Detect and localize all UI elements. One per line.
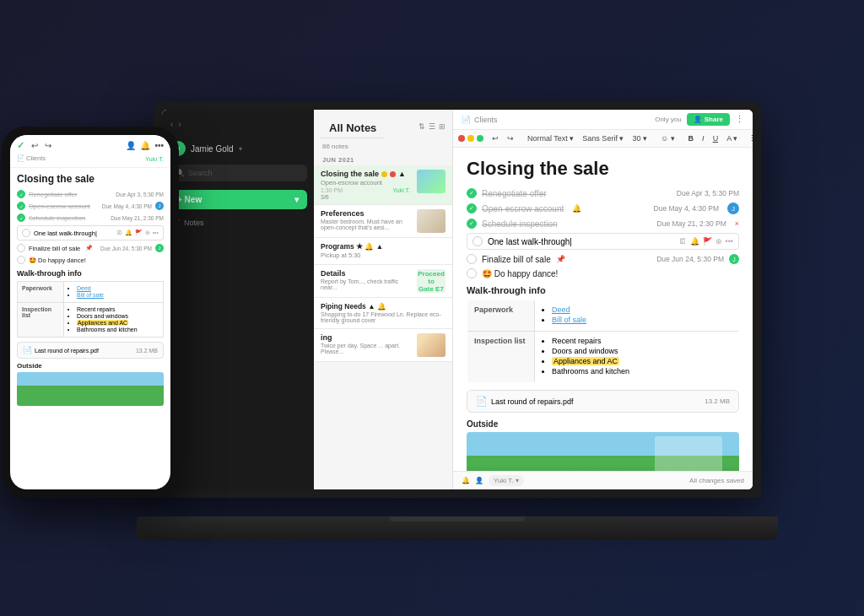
calendar-icon[interactable]: 🗓	[679, 237, 687, 246]
phone-bell-icon: 🔔	[140, 141, 150, 150]
pdf-icon: 📄	[476, 396, 488, 407]
deed-link[interactable]: Deed	[552, 305, 570, 314]
editor-note-icon: 📄	[462, 116, 471, 124]
task-row-2: ✓ Open-escrow account 🔔 Due May 4, 4:30 …	[467, 203, 739, 214]
footer-left: 🔔 👤 Yuki T. ▾	[462, 475, 524, 486]
nav-forward-icon[interactable]: ›	[178, 120, 181, 129]
ph-task-done-icon: ✓	[17, 190, 25, 198]
task-open-icon	[472, 236, 483, 246]
toolbar-redo[interactable]: ↪	[504, 132, 517, 144]
pdf-attachment[interactable]: 📄 Last round of repairs.pdf 13.2 MB	[467, 390, 739, 413]
toolbar-bullets[interactable]: ☰ ▾	[748, 132, 753, 144]
task-input-row[interactable]: One last walk-through| 🗓 🔔 🚩 ⊕ •••	[467, 233, 739, 250]
note-item-details[interactable]: Details Report by Tom..., check traffic …	[314, 265, 452, 298]
notes-section-label: JUN 2021	[314, 153, 452, 165]
share-button[interactable]: 👤 Share	[687, 113, 730, 126]
laptop-base	[137, 516, 778, 540]
toolbar-italic[interactable]: I	[699, 132, 708, 144]
phone-screen: ✓ ↩ ↪ 👤 🔔 ••• 📄 Clients Yuki T.	[10, 135, 170, 489]
footer-bell-icon[interactable]: 🔔	[462, 477, 470, 484]
toolbar-underline[interactable]: U	[710, 132, 722, 144]
walk-through-title: Walk-through info	[467, 285, 739, 295]
editor-actions: Only you 👤 Share ⋮	[655, 113, 744, 126]
footer-saved-text: All changes saved	[689, 477, 744, 484]
table-row-inspection: Inspection list Recent repairs Doors and…	[467, 332, 739, 383]
phone-undo-icon[interactable]: ↩	[31, 141, 38, 150]
footer-username: Yuki T.	[494, 477, 513, 484]
toolbar-size[interactable]: 30 ▾	[629, 132, 651, 144]
color-dot-yellow	[467, 135, 474, 142]
more-options-icon[interactable]: ⋮	[735, 114, 744, 125]
search-label: Search	[188, 169, 213, 177]
task-done-icon-3: ✓	[467, 219, 477, 229]
phone-task-input[interactable]: One last walk-through| 🗓🔔🚩⊕•••	[17, 225, 164, 240]
sidebar-search[interactable]: 🔍 Search	[169, 165, 307, 181]
task-row-6: 🤩 Do happy dance!	[467, 268, 739, 278]
sort-icon[interactable]: ☰	[429, 122, 435, 131]
badge-j2: J	[729, 254, 739, 264]
outside-label: Outside	[467, 419, 739, 429]
sidebar-user-row[interactable]: J Jamie Gold ▾	[162, 136, 314, 161]
bell-icon[interactable]: 🔔	[690, 237, 699, 246]
phone-check-icon[interactable]: ✓	[17, 140, 24, 151]
toolbar-highlight[interactable]: A ▾	[723, 132, 741, 144]
new-button[interactable]: + New ▾	[169, 190, 307, 209]
note-item-dog[interactable]: ing Twice per day. Space ... apart. Plea…	[314, 329, 452, 362]
filter-icon[interactable]: ⇅	[418, 122, 425, 131]
editor-topbar: 📄 Clients Only you 👤 Share ⋮	[453, 110, 753, 130]
note-item-closing[interactable]: Closing the sale ▲ Open-escrow account 1…	[314, 165, 452, 205]
toolbar-emoji[interactable]: ☺ ▾	[657, 132, 678, 144]
phone-pdf-attachment[interactable]: 📄 Last round of repairs.pdf 13.2 MB	[17, 342, 164, 359]
note-item-piping[interactable]: Piping Needs ▲ 🔔 Shopping to-do 17 Firew…	[314, 298, 452, 329]
laptop-device: ‹ › J Jamie Gold ▾ 🔍 Search + New ▾	[154, 101, 761, 540]
footer-person-icon: 👤	[475, 477, 483, 484]
phone-task-6: 🤩 Do happy dance!	[17, 256, 164, 264]
phone-section-title: Walk-through info	[17, 269, 164, 278]
pdf-name: Last round of repairs.pdf	[491, 397, 574, 406]
sidebar-nav: ‹ ›	[162, 116, 314, 132]
task-row-3: ✓ Schedule inspection Due May 21, 2:30 P…	[467, 219, 739, 229]
notes-list-title: All Notes	[321, 115, 385, 138]
footer-dropdown-icon: ▾	[516, 477, 519, 484]
toolbar-format[interactable]: Normal Text ▾	[524, 132, 577, 144]
nav-back-icon[interactable]: ‹	[170, 120, 173, 129]
ph-badge-j2: J	[155, 244, 164, 252]
task-input-icons: 🗓 🔔 🚩 ⊕ •••	[679, 237, 733, 246]
sidebar-username: Jamie Gold	[191, 144, 234, 154]
ph-badge-j1: J	[155, 202, 164, 210]
toolbar-font[interactable]: Sans Serif ▾	[579, 132, 627, 144]
note-item-programs[interactable]: Programs ★ 🔔 ▲ Pickup at 5:30	[314, 238, 452, 265]
ph-open-circle-2	[17, 244, 25, 252]
ph-open-circle	[22, 229, 30, 237]
pdf-size: 13.2 MB	[705, 397, 730, 405]
laptop-screen: ‹ › J Jamie Gold ▾ 🔍 Search + New ▾	[162, 110, 753, 489]
phone-outside-label: Outside	[17, 362, 164, 370]
phone-task-1: ✓ Renegotiate offer Due Apr 3, 5:30 PM	[17, 190, 164, 198]
pin-icon: 📌	[556, 255, 565, 263]
editor-content: Closing the sale ✓ Renegotiate offer Due…	[453, 148, 753, 471]
flag-icon[interactable]: 🚩	[703, 237, 712, 246]
phone-person-icon: 👤	[126, 141, 136, 150]
task-row-5: Finalize bill of sale 📌 Due Jun 24, 5:30…	[467, 254, 739, 264]
grid-icon[interactable]: ⊞	[439, 122, 446, 131]
toolbar-undo[interactable]: ↩	[489, 132, 502, 144]
toolbar-bold[interactable]: B	[685, 132, 698, 144]
bill-of-sale-link[interactable]: Bill of sale	[552, 316, 586, 324]
laptop-sidebar: ‹ › J Jamie Gold ▾ 🔍 Search + New ▾	[162, 110, 314, 489]
more-icon[interactable]: •••	[726, 237, 733, 246]
info-table: Paperwork Deed Bill of sale Inspection l…	[467, 300, 739, 383]
share-icon: 👤	[694, 116, 702, 123]
phone-info-table: Paperwork Deed Bill of sale Inspection l…	[17, 281, 164, 338]
ph-task-done-icon-3: ✓	[17, 213, 25, 222]
phone-redo-icon[interactable]: ↪	[45, 141, 51, 150]
assign-icon[interactable]: ⊕	[716, 237, 722, 246]
sidebar-item-notes[interactable]: 📝 Notes	[162, 214, 314, 231]
appliances-highlight: Appliances and AC	[552, 357, 619, 365]
phone-table-row-inspection: Inspection list Recent repairs Doors and…	[18, 303, 164, 338]
task-open-icon-3	[467, 268, 477, 278]
task-done-icon-2: ✓	[467, 203, 477, 213]
phone-more-icon[interactable]: •••	[154, 141, 164, 150]
footer-user-chip[interactable]: Yuki T. ▾	[489, 475, 524, 486]
laptop-screen-border: ‹ › J Jamie Gold ▾ 🔍 Search + New ▾	[154, 101, 761, 498]
note-item-preferences[interactable]: Preferences Master bedroom. Must have an…	[314, 205, 452, 238]
